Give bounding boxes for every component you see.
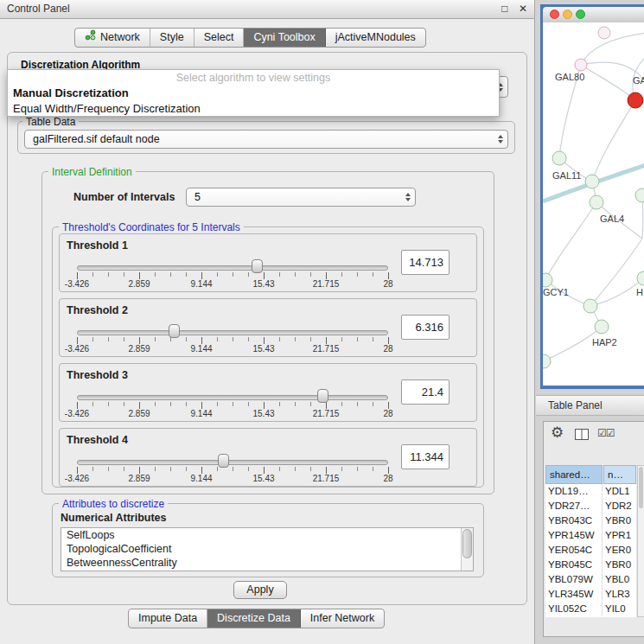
slider-track[interactable] <box>77 395 388 400</box>
column-header-shared-name[interactable]: shared… <box>545 465 603 484</box>
node-label: H <box>636 287 643 297</box>
tab-discretize-data[interactable]: Discretize Data <box>207 609 301 628</box>
threshold-panel: Threshold 3 -3.426 2.859 9.144 15.43 21.… <box>59 363 477 422</box>
slider-major-ticks <box>77 467 389 474</box>
slider-handle[interactable] <box>169 324 180 338</box>
tick-label: 21.715 <box>313 409 340 418</box>
gear-icon[interactable]: ⚙ <box>551 424 564 442</box>
network-node[interactable] <box>598 27 610 39</box>
node-label: GAL80 <box>555 72 584 82</box>
table-row[interactable]: YDL19…YDL1 <box>545 484 636 499</box>
table-row[interactable]: YDR27…YDR2 <box>545 499 636 513</box>
bottom-tab-bar: Impute Data Discretize Data Infer Networ… <box>128 609 385 628</box>
table-scrollbar[interactable] <box>637 465 644 617</box>
network-window-titlebar[interactable] <box>543 7 644 22</box>
table-row[interactable]: YBR043CYBR0 <box>545 513 636 528</box>
table-panel-header[interactable]: Table Panel <box>536 395 644 416</box>
table-data-combo[interactable]: galFiltered.sif default node <box>24 130 508 149</box>
table-row[interactable]: YIL052CYIL0 <box>545 602 636 616</box>
node-label: GAL11 <box>552 170 581 181</box>
network-node[interactable] <box>590 195 603 209</box>
columns-icon[interactable] <box>575 428 589 443</box>
zoom-traffic-light[interactable] <box>576 10 585 19</box>
dropdown-option-manual-discretization[interactable]: Manual Discretization <box>8 86 499 101</box>
apply-button[interactable]: Apply <box>233 581 287 599</box>
network-node[interactable] <box>635 188 644 202</box>
threshold-slider[interactable]: -3.426 2.859 9.144 15.43 21.715 28 <box>77 234 388 293</box>
tick-label: 21.715 <box>313 344 340 354</box>
threshold-panel: Threshold 1 -3.426 2.859 9.144 15.43 21.… <box>59 233 477 292</box>
slider-major-ticks <box>77 337 389 344</box>
threshold-value-field[interactable]: 6.316 <box>401 315 450 340</box>
list-item[interactable]: TopologicalCoefficient <box>61 542 473 556</box>
slider-track[interactable] <box>77 265 388 271</box>
list-scrollbar[interactable] <box>461 528 473 571</box>
tab-label: jActiveMNodules <box>335 29 416 47</box>
combo-stepper-icon[interactable] <box>498 135 503 143</box>
attributes-group-label: Attributes to discretize <box>59 498 168 510</box>
network-node[interactable] <box>543 354 551 368</box>
slider-handle[interactable] <box>317 389 328 403</box>
tab-select[interactable]: Select <box>194 29 245 47</box>
tab-network[interactable]: Network <box>75 29 150 47</box>
table-row[interactable]: YBR045CYBR0 <box>545 558 636 572</box>
tick-label: 15.43 <box>252 344 274 354</box>
table-data-group-label: Table Data <box>22 116 79 128</box>
tick-label: 15.43 <box>252 474 274 483</box>
table-row[interactable]: YPR145WYPR1 <box>545 528 636 543</box>
control-panel-window: Control Panel □ ✕ Network Style Select <box>0 0 535 644</box>
close-window-icon[interactable]: ✕ <box>519 3 527 15</box>
node-label: HAP2 <box>592 337 617 348</box>
float-window-icon[interactable]: □ <box>501 3 507 15</box>
threshold-value-field[interactable]: 21.4 <box>401 379 450 405</box>
network-node[interactable] <box>575 59 587 71</box>
table-row[interactable]: YBL079WYBL0 <box>545 572 636 587</box>
scrollbar-thumb[interactable] <box>639 467 643 508</box>
slider-track[interactable] <box>77 330 388 335</box>
number-of-intervals-label: Number of Intervals <box>73 191 175 203</box>
network-node[interactable] <box>543 273 552 287</box>
network-node[interactable] <box>595 320 609 334</box>
tab-style[interactable]: Style <box>150 29 194 47</box>
tick-label: 21.715 <box>313 474 340 483</box>
table-row[interactable]: YLR345WYLR3 <box>545 587 636 602</box>
list-item[interactable]: BetweennessCentrality <box>61 556 473 570</box>
titlebar[interactable]: Control Panel □ ✕ <box>0 0 534 19</box>
threshold-value-field[interactable]: 11.344 <box>401 444 450 469</box>
tick-label: 15.43 <box>252 409 274 418</box>
tab-infer-network[interactable]: Infer Network <box>301 609 384 628</box>
select-columns-icon[interactable]: ☑☑ <box>597 427 615 439</box>
network-node[interactable] <box>583 299 597 313</box>
minimize-traffic-light[interactable] <box>563 10 572 19</box>
number-of-intervals-value: 5 <box>194 191 201 203</box>
tab-jactivemnodules[interactable]: jActiveMNodules <box>326 29 425 47</box>
threshold-slider[interactable]: -3.426 2.859 9.144 15.43 21.715 28 <box>77 429 388 488</box>
table-panel-title: Table Panel <box>548 399 603 411</box>
network-node[interactable] <box>552 151 566 165</box>
list-item[interactable]: SelfLoops <box>61 528 473 542</box>
network-canvas[interactable]: GAL80 GA GAL11 GAL4 GCY1 H HAP2 <box>543 22 644 386</box>
node-label: GCY1 <box>543 287 569 297</box>
close-traffic-light[interactable] <box>550 10 559 19</box>
threshold-slider[interactable]: -3.426 2.859 9.144 15.43 21.715 28 <box>77 364 388 423</box>
column-header-name[interactable]: n… <box>603 465 636 484</box>
dropdown-option-equal-width[interactable]: Equal Width/Frequency Discretization <box>8 101 499 117</box>
threshold-panel: Threshold 2 -3.426 2.859 9.144 15.43 21.… <box>59 298 477 357</box>
tab-cyni-toolbox[interactable]: Cyni Toolbox <box>244 29 325 47</box>
slider-handle[interactable] <box>218 454 229 468</box>
combo-stepper-icon[interactable] <box>405 193 411 201</box>
slider-handle[interactable] <box>252 259 263 273</box>
tick-label: 28 <box>383 474 392 483</box>
tick-label: -3.426 <box>65 344 89 354</box>
threshold-value-field[interactable]: 14.713 <box>401 250 450 275</box>
tab-impute-data[interactable]: Impute Data <box>129 609 207 628</box>
table-data-combo-value: galFiltered.sif default node <box>33 133 160 145</box>
slider-track[interactable] <box>77 460 388 465</box>
tick-label: 2.859 <box>128 279 150 289</box>
selected-red-node[interactable] <box>628 92 643 108</box>
number-of-intervals-combo[interactable]: 5 <box>186 188 416 207</box>
scrollbar-thumb[interactable] <box>462 529 472 558</box>
network-node[interactable] <box>585 175 599 188</box>
table-row[interactable]: YER054CYER0 <box>545 543 636 558</box>
threshold-slider[interactable]: -3.426 2.859 9.144 15.43 21.715 28 <box>77 299 388 358</box>
